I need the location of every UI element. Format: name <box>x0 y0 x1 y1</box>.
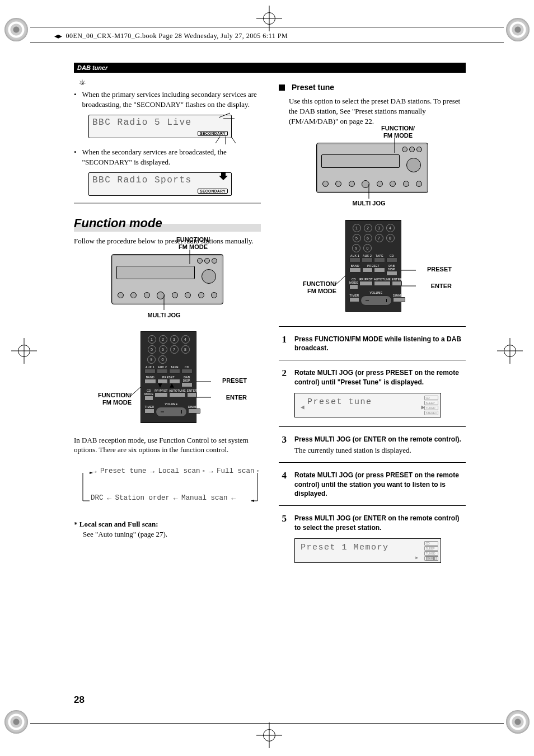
multijog-label: MULTI JOG <box>142 312 186 319</box>
svg-line-7 <box>219 113 230 118</box>
step-separator <box>279 462 466 463</box>
svg-line-9 <box>216 137 220 143</box>
step-text: Press FUNCTION/FM MODE while listening t… <box>294 335 466 354</box>
function-fm-label: FUNCTION/ FM MODE <box>381 125 415 139</box>
step-text: Press MULTI JOG (or ENTER on the remote … <box>294 514 466 533</box>
right-column: Preset tune Use this option to select th… <box>279 63 466 689</box>
svg-marker-19 <box>251 500 254 502</box>
device-diagram-left: FUNCTION/ FM MODE MULTI JOG <box>100 254 235 304</box>
function-intro: Follow the procedure below to preset rad… <box>74 236 261 246</box>
step-number: 2 <box>279 368 287 387</box>
lcd-preset-tune: ◀ Preset tune ▶ CDSLEEPTUNEDSTEREO <box>294 393 441 417</box>
enter-label: ENTER <box>226 394 247 401</box>
page-number: 28 <box>74 694 85 706</box>
preset-label: PRESET <box>222 377 247 384</box>
lcd-text: BBC Radio 5 Live <box>92 118 228 128</box>
step-separator <box>279 360 466 360</box>
svg-line-15 <box>129 386 142 397</box>
multijog-label: MULTI JOG <box>346 200 391 207</box>
bullet-text: When the primary services including seco… <box>82 90 261 109</box>
lcd-text: Preset tune <box>307 397 372 407</box>
function-flow-diagram: → Preset tune → Local scan* → Full scan*… <box>78 465 261 510</box>
step-number: 1 <box>279 335 287 354</box>
cross-hair-mark <box>497 338 523 364</box>
step-separator <box>279 505 466 506</box>
local-full-body: See "Auto tuning" (page 27). <box>83 530 261 539</box>
svg-line-22 <box>334 275 346 286</box>
step-separator <box>279 326 466 327</box>
dab-reception-para: In DAB reception mode, use Function Cont… <box>74 435 261 455</box>
function-fm-label: FUNCTION/ FM MODE <box>87 392 132 406</box>
cross-hair-mark <box>256 6 282 31</box>
cross-hair-mark <box>11 338 37 364</box>
registration-mark <box>506 18 530 41</box>
preset-tune-para: Use this option to select the preset DAB… <box>289 96 466 127</box>
book-tag-text: 00EN_00_CRX-M170_G.book Page 28 Wednesda… <box>66 32 288 40</box>
lcd-display-1: BBC Radio 5 Live SECONDARY <box>88 115 232 138</box>
svg-marker-12 <box>219 172 228 180</box>
remote-diagram-right: FUNCTION/ FM MODE PRESET ENTER 1234 5678… <box>294 220 451 315</box>
function-fm-label: FUNCTION/ FM MODE <box>176 236 210 251</box>
device-diagram-right: FUNCTION/ FM MODE MULTI JOG <box>305 143 439 193</box>
step-number: 5 <box>279 514 287 533</box>
svg-point-1 <box>82 83 83 84</box>
registration-mark <box>4 710 28 734</box>
left-column: DAB tuner • When the primary services in… <box>74 63 261 689</box>
preset-tune-heading: Preset tune <box>279 83 466 92</box>
svg-line-6 <box>84 81 85 82</box>
step-plain: The currently tuned station is displayed… <box>294 445 466 456</box>
step-text: Press MULTI JOG (or ENTER on the remote … <box>294 435 466 456</box>
registration-mark <box>4 18 28 41</box>
square-bullet-icon <box>279 84 285 91</box>
step-text: Rotate MULTI JOG (or press PRESET on the… <box>294 471 466 499</box>
callout-line <box>179 250 201 266</box>
lcd-preset-memory: Preset 1 Memory CDSLEEPTUNEDSTEREO DAB 2… <box>294 538 441 563</box>
lcd-callout-lines <box>213 112 241 145</box>
hint-icon <box>78 79 86 87</box>
triangle-left-icon: ◀ <box>301 403 305 411</box>
function-mode-heading: Function mode <box>74 215 261 232</box>
local-full-heading: * Local scan and Full scan: <box>74 520 261 529</box>
flow-item: Full scan <box>217 465 255 478</box>
cross-hair-mark <box>256 722 282 748</box>
top-rule <box>30 27 504 27</box>
svg-line-11 <box>231 137 236 143</box>
book-tag: 00EN_00_CRX-M170_G.book Page 28 Wednesda… <box>53 32 288 40</box>
secondary-badge: SECONDARY <box>198 189 228 194</box>
step-number: 4 <box>279 471 287 499</box>
flow-item: Station order <box>115 492 170 505</box>
registration-mark <box>506 710 530 734</box>
flow-item: Preset tune <box>100 465 147 478</box>
flow-item: Local scan <box>158 465 200 478</box>
lcd-text: Preset 1 Memory <box>301 543 389 552</box>
flow-item: Manual scan <box>181 492 228 505</box>
lcd-display-2: BBC Radio Sports SECONDARY <box>88 172 232 196</box>
down-arrow-icon <box>219 171 229 181</box>
lcd-text: BBC Radio Sports <box>92 175 228 185</box>
bullet: • <box>74 147 77 167</box>
enter-label: ENTER <box>431 283 452 290</box>
top-rule <box>30 43 504 43</box>
step-number: 3 <box>279 435 287 456</box>
bullet: • <box>74 90 77 109</box>
preset-label: PRESET <box>427 266 452 273</box>
callout-line <box>129 381 142 403</box>
remote-diagram-left: FUNCTION/ FM MODE PRESET ENTER 1234 5678… <box>89 331 246 426</box>
function-fm-label: FUNCTION/ FM MODE <box>292 280 336 295</box>
flow-item: DRC <box>91 492 104 505</box>
bullet-text: When the secondary services are broadcas… <box>82 147 261 167</box>
svg-line-5 <box>80 81 81 82</box>
callout-line <box>153 295 175 310</box>
bottom-rule <box>30 723 504 724</box>
step-separator <box>279 426 466 427</box>
callout-line <box>194 379 211 384</box>
step-text: Rotate MULTI JOG (or press PRESET on the… <box>294 368 466 387</box>
